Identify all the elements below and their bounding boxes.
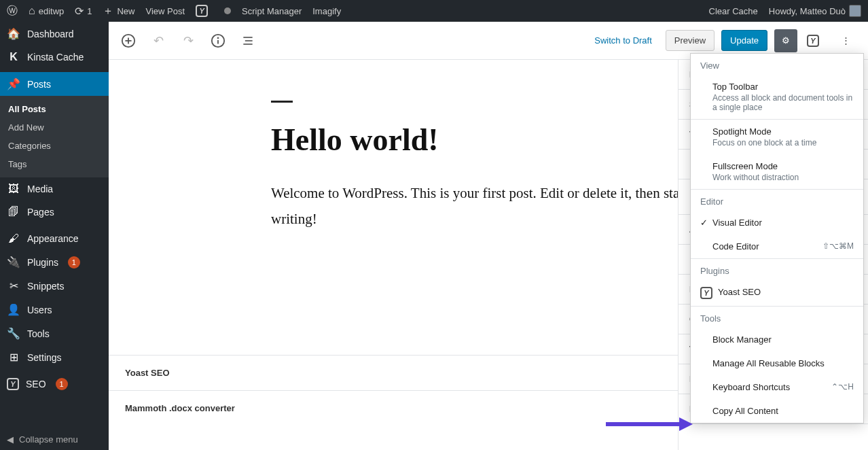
dropdown-section-plugins: Plugins <box>691 259 863 280</box>
sidebar-item-kinsta[interactable]: KKinsta Cache <box>0 46 109 69</box>
sidebar-item-tools[interactable]: 🔧Tools <box>0 322 109 345</box>
clear-cache-label: Clear Cache <box>709 6 758 16</box>
info-button[interactable] <box>209 32 227 50</box>
sidebar-item-pages[interactable]: 🗐Pages <box>0 201 109 224</box>
sidebar-item-label: Pages <box>27 207 54 218</box>
sidebar-item-settings[interactable]: ⊞Settings <box>0 345 109 369</box>
admin-sidebar: 🏠Dashboard KKinsta Cache 📌Posts All Post… <box>0 22 109 450</box>
scissors-icon: ✂ <box>7 279 20 292</box>
sidebar-item-appearance[interactable]: 🖌Appearance <box>0 227 109 250</box>
admin-bar: ⓦ ⌂editwp ⟳1 ＋New View Post Y Script Man… <box>0 0 868 22</box>
avatar <box>849 5 861 17</box>
post-title[interactable]: Hello world! <box>271 122 706 158</box>
updates-count: 1 <box>87 6 92 16</box>
user-icon: 👤 <box>7 303 20 316</box>
collapse-menu[interactable]: ◀Collapse menu <box>0 429 109 450</box>
imagify-link[interactable]: Imagify <box>312 6 341 16</box>
imagify-label: Imagify <box>312 6 341 16</box>
howdy-link[interactable]: Howdy, Matteo Duò <box>769 5 861 17</box>
menu-top-toolbar[interactable]: Top ToolbarAccess all block and document… <box>691 75 863 119</box>
sidebar-item-plugins[interactable]: 🔌Plugins1 <box>0 250 109 274</box>
wp-logo[interactable]: ⓦ <box>7 4 18 18</box>
sidebar-item-label: Plugins <box>27 257 58 268</box>
panel-title: Mammoth .docx converter <box>125 403 235 413</box>
more-menu-button[interactable]: ⋮ <box>834 29 857 52</box>
list-icon <box>241 34 255 48</box>
sidebar-item-label: Appearance <box>27 233 79 244</box>
svg-point-5 <box>218 37 219 38</box>
new-link[interactable]: ＋New <box>103 4 134 18</box>
sidebar-item-seo[interactable]: YSEO1 <box>0 373 109 396</box>
menu-block-manager[interactable]: Block Manager <box>691 328 863 351</box>
sidebar-item-label: Users <box>27 305 52 315</box>
menu-visual-editor[interactable]: ✓ Visual Editor <box>691 211 863 235</box>
plus-icon: ＋ <box>103 4 113 18</box>
menu-item-label: Visual Editor <box>712 218 854 228</box>
wordpress-icon: ⓦ <box>7 4 18 18</box>
script-manager-link[interactable]: Script Manager <box>242 6 302 16</box>
menu-keyboard-shortcuts[interactable]: Keyboard Shortcuts ⌃⌥H <box>691 375 863 399</box>
media-icon: 🖼 <box>7 183 20 195</box>
panel-title: Yoast SEO <box>125 368 170 378</box>
yoast-bar-item[interactable]: Y <box>196 5 213 17</box>
menu-item-label: Code Editor <box>712 241 822 252</box>
menu-item-label: Top Toolbar <box>712 82 854 92</box>
title-accent <box>271 101 293 103</box>
site-name-label: editwp <box>39 6 65 16</box>
menu-yoast[interactable]: Y Yoast SEO <box>691 280 863 306</box>
badge: 1 <box>56 378 68 390</box>
sidebar-item-dashboard[interactable]: 🏠Dashboard <box>0 22 109 46</box>
sub-add-new[interactable]: Add New <box>0 118 109 137</box>
switch-to-draft-button[interactable]: Switch to Draft <box>594 35 652 46</box>
plus-circle-icon <box>121 33 136 48</box>
pages-icon: 🗐 <box>7 206 20 218</box>
menu-fullscreen[interactable]: Fullscreen ModeWork without distraction <box>691 154 863 189</box>
pin-icon: 📌 <box>7 77 20 90</box>
dashboard-icon: 🏠 <box>7 27 20 40</box>
preview-button[interactable]: Preview <box>666 30 715 51</box>
settings-toggle-button[interactable]: ⚙ <box>774 29 797 52</box>
sub-categories[interactable]: Categories <box>0 137 109 155</box>
collapse-label: Collapse menu <box>19 434 78 445</box>
menu-item-label: Manage All Reusable Blocks <box>712 358 854 368</box>
kinsta-icon: K <box>7 51 20 63</box>
sidebar-item-label: Settings <box>27 352 62 363</box>
collapse-icon: ◀ <box>7 434 14 445</box>
gear-icon: ⚙ <box>782 35 790 46</box>
sidebar-item-snippets[interactable]: ✂Snippets <box>0 274 109 298</box>
sub-all-posts[interactable]: All Posts <box>0 100 109 118</box>
update-button[interactable]: Update <box>721 30 767 51</box>
menu-item-label: Yoast SEO <box>718 287 854 297</box>
sidebar-item-label: SEO <box>26 379 46 390</box>
yoast-icon: Y <box>807 35 819 47</box>
dropdown-section-editor: Editor <box>691 190 863 211</box>
badge: 1 <box>68 256 80 269</box>
view-post-link[interactable]: View Post <box>146 6 185 16</box>
sidebar-item-users[interactable]: 👤Users <box>0 298 109 322</box>
menu-item-shortcut: ⇧⌥⌘M <box>822 241 854 251</box>
sidebar-item-label: Dashboard <box>27 29 74 39</box>
outline-button[interactable] <box>239 32 257 50</box>
menu-reusable-blocks[interactable]: Manage All Reusable Blocks <box>691 351 863 375</box>
yoast-toggle-button[interactable]: Y <box>804 29 827 52</box>
menu-copy-all[interactable]: Copy All Content <box>691 399 863 423</box>
yoast-icon: Y <box>700 287 712 299</box>
dropdown-section-view: View <box>691 54 863 75</box>
site-name[interactable]: ⌂editwp <box>29 5 64 17</box>
add-block-button[interactable] <box>120 32 137 50</box>
yoast-icon: Y <box>196 5 208 17</box>
post-body[interactable]: Welcome to WordPress. This is your first… <box>271 181 706 232</box>
admin-bar-left: ⓦ ⌂editwp ⟳1 ＋New View Post Y Script Man… <box>7 4 341 18</box>
sidebar-item-media[interactable]: 🖼Media <box>0 177 109 201</box>
sliders-icon: ⊞ <box>7 351 20 364</box>
menu-spotlight[interactable]: Spotlight ModeFocus on one block at a ti… <box>691 120 863 154</box>
sidebar-item-posts[interactable]: 📌Posts <box>0 72 109 96</box>
redo-button[interactable]: ↷ <box>179 32 197 50</box>
updates-link[interactable]: ⟳1 <box>75 5 92 18</box>
menu-code-editor[interactable]: Code Editor ⇧⌥⌘M <box>691 235 863 258</box>
toolbar-right: Switch to Draft Preview Update ⚙ Y ⋮ <box>594 29 857 52</box>
sub-tags[interactable]: Tags <box>0 155 109 173</box>
undo-button[interactable]: ↶ <box>149 32 167 50</box>
clear-cache-link[interactable]: Clear Cache <box>709 6 758 16</box>
sidebar-item-label: Tools <box>27 328 50 339</box>
